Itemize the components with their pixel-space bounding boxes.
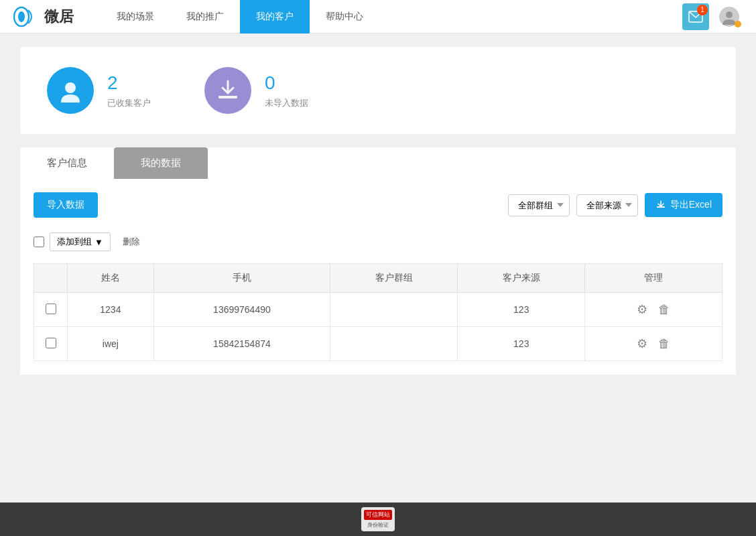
collected-icon-bg bbox=[47, 67, 94, 114]
nav-item-scenes[interactable]: 我的场景 bbox=[101, 0, 170, 34]
nav-item-help[interactable]: 帮助中心 bbox=[310, 0, 379, 34]
svg-point-5 bbox=[65, 82, 76, 93]
content-area: 导入数据 全部群组 全部来源 bbox=[20, 179, 736, 375]
table-head: 姓名 手机 客户群组 客户来源 管理 bbox=[34, 264, 722, 293]
toolbar: 导入数据 全部群组 全部来源 bbox=[34, 192, 722, 218]
filter-source-select[interactable]: 全部来源 bbox=[576, 194, 638, 216]
add-group-chevron-icon: ▼ bbox=[94, 237, 103, 247]
settings-icon[interactable]: ⚙ bbox=[637, 337, 647, 350]
notification-badge: 1 bbox=[697, 5, 708, 15]
col-source: 客户来源 bbox=[458, 264, 585, 293]
export-icon bbox=[655, 200, 666, 210]
nav: 我的场景 我的推广 我的客户 帮助中心 bbox=[101, 0, 682, 34]
export-label: 导出Excel bbox=[670, 199, 712, 211]
nav-item-customers[interactable]: 我的客户 bbox=[240, 0, 310, 34]
filter-group-container: 全部群组 bbox=[508, 194, 570, 216]
row-group bbox=[330, 293, 458, 327]
tab-my-data[interactable]: 我的数据 bbox=[114, 147, 208, 179]
data-table: 姓名 手机 客户群组 客户来源 管理 1234 13699764490 123 … bbox=[34, 263, 722, 361]
row-phone: 13699764490 bbox=[153, 293, 330, 327]
tabs-container: 客户信息 我的数据 导入数据 全部群组 全部来源 bbox=[20, 147, 736, 375]
toolbar-right: 全部群组 全部来源 导出Excel bbox=[508, 193, 722, 217]
user-button[interactable] bbox=[716, 3, 743, 30]
table-row: iwej 15842154874 123 ⚙ 🗑 bbox=[34, 327, 722, 361]
collected-label: 已收集客户 bbox=[107, 97, 151, 109]
main-content: 2 已收集客户 0 未导入数据 客户信息 我的数据 bbox=[0, 34, 756, 388]
row-checkbox-cell[interactable] bbox=[34, 293, 68, 327]
logo: 微居 bbox=[13, 5, 74, 29]
import-info: 0 未导入数据 bbox=[265, 72, 308, 109]
table-row: 1234 13699764490 123 ⚙ 🗑 bbox=[34, 293, 722, 327]
row-source: 123 bbox=[458, 293, 585, 327]
row-manage: ⚙ 🗑 bbox=[585, 293, 722, 327]
logo-text: 微居 bbox=[44, 7, 74, 27]
download-icon bbox=[214, 77, 241, 104]
col-phone: 手机 bbox=[153, 264, 330, 293]
table-header-row: 姓名 手机 客户群组 客户来源 管理 bbox=[34, 264, 722, 293]
logo-icon bbox=[13, 5, 40, 29]
row-group bbox=[330, 327, 458, 361]
row-checkbox-cell[interactable] bbox=[34, 327, 68, 361]
col-checkbox bbox=[34, 264, 68, 293]
col-name: 姓名 bbox=[68, 264, 154, 293]
delete-button[interactable]: 删除 bbox=[116, 233, 147, 251]
import-data-button[interactable]: 导入数据 bbox=[34, 192, 98, 218]
row-name: iwej bbox=[68, 327, 154, 361]
stat-import: 0 未导入数据 bbox=[204, 67, 308, 114]
row-source: 123 bbox=[458, 327, 585, 361]
import-count: 0 bbox=[265, 72, 308, 94]
svg-rect-6 bbox=[218, 96, 237, 98]
select-all-checkbox[interactable] bbox=[34, 237, 44, 247]
collected-count: 2 bbox=[107, 72, 151, 94]
import-label: 未导入数据 bbox=[265, 97, 308, 109]
stats-card: 2 已收集客户 0 未导入数据 bbox=[20, 47, 736, 134]
filter-source-container: 全部来源 bbox=[576, 194, 638, 216]
table-body: 1234 13699764490 123 ⚙ 🗑 iwej 1584215487… bbox=[34, 293, 722, 361]
add-group-label: 添加到组 bbox=[57, 236, 92, 248]
add-to-group-button[interactable]: 添加到组 ▼ bbox=[50, 232, 111, 251]
notification-button[interactable]: 1 bbox=[682, 3, 709, 30]
col-manage: 管理 bbox=[585, 264, 722, 293]
svg-point-4 bbox=[726, 11, 733, 18]
export-excel-button[interactable]: 导出Excel bbox=[645, 193, 722, 217]
row-checkbox[interactable] bbox=[46, 338, 56, 348]
filter-group-select[interactable]: 全部群组 bbox=[508, 194, 570, 216]
collected-info: 2 已收集客户 bbox=[107, 72, 151, 109]
header-right: 1 bbox=[682, 3, 743, 30]
settings-icon[interactable]: ⚙ bbox=[637, 303, 647, 316]
delete-row-icon[interactable]: 🗑 bbox=[658, 303, 670, 316]
row-checkbox[interactable] bbox=[46, 304, 56, 314]
tabs: 客户信息 我的数据 bbox=[20, 147, 736, 179]
delete-row-icon[interactable]: 🗑 bbox=[658, 337, 670, 350]
col-group: 客户群组 bbox=[330, 264, 458, 293]
row-name: 1234 bbox=[68, 293, 154, 327]
user-dot bbox=[735, 21, 741, 27]
nav-item-promotion[interactable]: 我的推广 bbox=[170, 0, 240, 34]
tab-customer-info[interactable]: 客户信息 bbox=[20, 147, 114, 179]
row-manage: ⚙ 🗑 bbox=[585, 327, 722, 361]
import-icon-bg bbox=[204, 67, 251, 114]
header: 微居 我的场景 我的推广 我的客户 帮助中心 1 bbox=[0, 0, 756, 34]
user-collected-icon bbox=[57, 77, 84, 104]
bulk-actions: 添加到组 ▼ 删除 bbox=[34, 228, 722, 255]
stat-collected: 2 已收集客户 bbox=[47, 67, 151, 114]
row-phone: 15842154874 bbox=[153, 327, 330, 361]
svg-point-1 bbox=[18, 11, 25, 22]
